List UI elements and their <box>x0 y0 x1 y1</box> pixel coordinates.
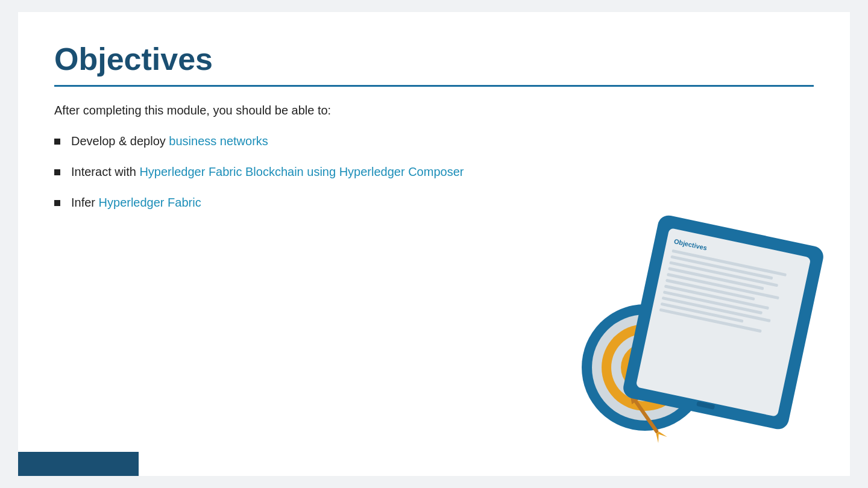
tablet-screen: Objectives <box>636 228 811 417</box>
title-divider <box>54 85 814 87</box>
bullet-icon <box>54 200 60 206</box>
bottom-bar <box>18 452 139 476</box>
tablet-line <box>659 308 762 333</box>
illustration-area: Objectives <box>567 223 820 452</box>
bullet-icon <box>54 139 60 145</box>
list-item: Interact with Hyperledger Fabric Blockch… <box>54 165 814 179</box>
slide: Objectives After completing this module,… <box>18 12 850 476</box>
bullet-text-1: Develop & deploy business networks <box>71 134 268 148</box>
tablet-graphic: Objectives <box>621 213 825 431</box>
highlight-2: Hyperledger Fabric Blockchain using Hype… <box>139 165 464 178</box>
list-item: Infer Hyperledger Fabric <box>54 196 814 210</box>
bullet-text-3: Infer Hyperledger Fabric <box>71 196 201 210</box>
bullet-list: Develop & deploy business networks Inter… <box>54 134 814 210</box>
highlight-1: business networks <box>169 134 268 148</box>
bullet-icon <box>54 169 60 175</box>
page-title: Objectives <box>54 42 814 77</box>
highlight-3: Hyperledger Fabric <box>99 196 201 209</box>
list-item: Develop & deploy business networks <box>54 134 814 148</box>
bullet-text-2: Interact with Hyperledger Fabric Blockch… <box>71 165 464 179</box>
subtitle-text: After completing this module, you should… <box>54 104 814 117</box>
